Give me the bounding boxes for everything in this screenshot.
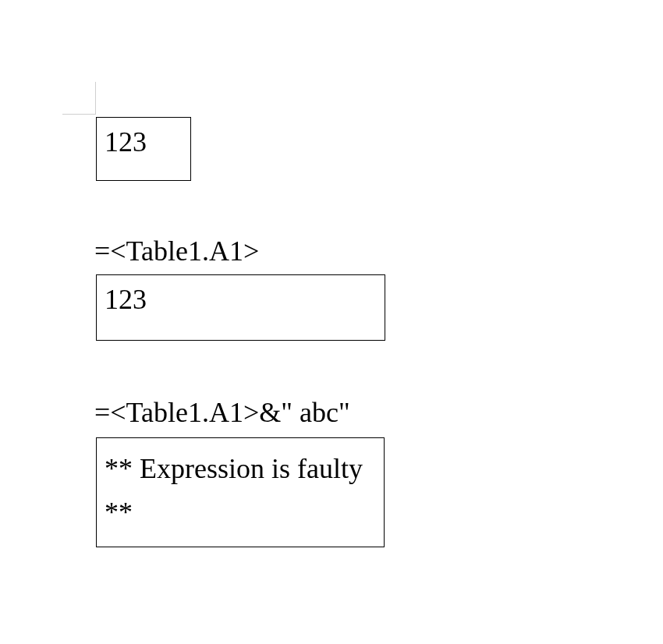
- table-cell-1[interactable]: 123: [96, 117, 191, 181]
- result-frame-2[interactable]: 123: [96, 274, 385, 341]
- formula-caption-3: =<Table1.A1>&" abc": [94, 396, 350, 430]
- formula-caption-2: =<Table1.A1>: [94, 235, 259, 268]
- page-margin-guide: [95, 82, 96, 115]
- page-margin-guide: [62, 114, 95, 115]
- document-canvas: 123 =<Table1.A1> 123 =<Table1.A1>&" abc"…: [0, 0, 663, 644]
- result-frame-3[interactable]: ** Expression is faulty **: [96, 437, 385, 547]
